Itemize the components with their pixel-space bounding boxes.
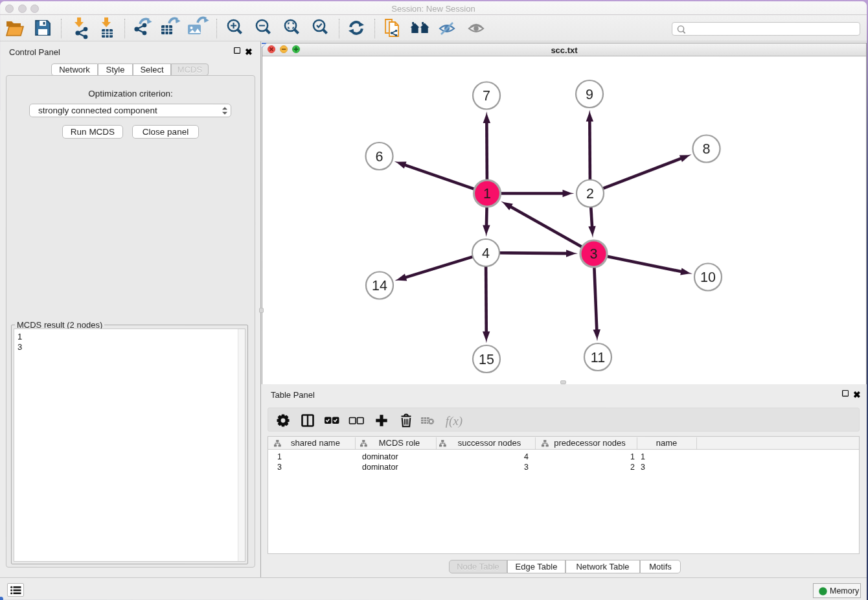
svg-text:3: 3 (590, 246, 598, 262)
svg-text:f(x): f(x) (446, 414, 463, 428)
svg-text:8: 8 (703, 141, 711, 157)
svg-text:4: 4 (482, 245, 490, 260)
svg-text:10: 10 (700, 270, 716, 285)
svg-text:9: 9 (586, 87, 593, 102)
svg-text:15: 15 (479, 351, 494, 367)
svg-text:2: 2 (586, 186, 594, 202)
svg-text:6: 6 (376, 148, 383, 164)
svg-text:14: 14 (372, 278, 387, 294)
svg-text:11: 11 (591, 350, 605, 365)
svg-text:1: 1 (483, 186, 491, 202)
svg-text:7: 7 (483, 88, 490, 104)
